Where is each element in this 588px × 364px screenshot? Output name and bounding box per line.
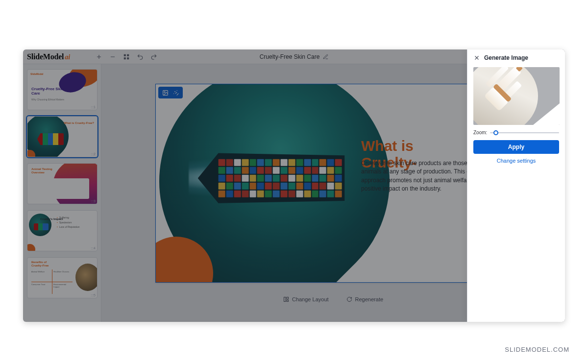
doc-title-wrap[interactable]: Cruelty-Free Skin Care <box>260 53 329 60</box>
thumb1-logo: SlideModel <box>30 73 43 75</box>
refresh-icon <box>346 296 352 302</box>
thumb3-title: Animal Testing Overview <box>31 168 55 174</box>
thumb1-title: Cruelty-Free Skin Care <box>31 87 66 96</box>
slide-thumb-3[interactable]: Animal Testing Overview :::3 <box>27 163 98 204</box>
svg-rect-3 <box>127 57 129 59</box>
remove-slide-button[interactable] <box>108 52 117 61</box>
layout-icon <box>283 296 289 302</box>
undo-button[interactable] <box>136 52 145 61</box>
thumb4-item-2: Speciesism <box>57 220 94 225</box>
regenerate-button[interactable]: Regenerate <box>346 296 384 302</box>
thumb4-list: Suffering Speciesism Loss of Reputation <box>57 216 94 230</box>
doc-title: Cruelty-Free Skin Care <box>260 53 320 60</box>
slide-thumb-2[interactable]: What is Cruelty-Free? :::2 <box>27 116 98 157</box>
app-logo-text: SlideModel <box>27 52 64 61</box>
image-preview[interactable] <box>473 67 560 125</box>
panel-header: Generate Image <box>473 54 559 61</box>
apply-button[interactable]: Apply <box>473 140 559 154</box>
thumb4-item-3: Loss of Reputation <box>57 225 94 230</box>
grid-view-button[interactable] <box>122 52 131 61</box>
ai-generate-image-button[interactable] <box>172 89 180 97</box>
thumb5-cell-tr: Healthier Choices <box>53 270 69 273</box>
change-layout-button[interactable]: Change Layout <box>283 296 329 302</box>
app-frame: SlideModelai Cruelty-Free Skin Care Save… <box>23 49 565 322</box>
thumb5-cell-tl: Animal Welfare <box>31 270 45 273</box>
generate-image-panel: Generate Image Zoom: Apply Change settin… <box>467 49 565 322</box>
thumb1-subtitle: Why Choosing Ethical Matters <box>31 98 64 101</box>
svg-rect-6 <box>284 297 286 302</box>
zoom-slider[interactable] <box>490 132 559 133</box>
regenerate-label: Regenerate <box>355 296 384 302</box>
svg-rect-7 <box>287 297 289 299</box>
change-layout-label: Change Layout <box>292 296 329 302</box>
slide-thumb-1[interactable]: SlideModel Cruelty-Free Skin Care Why Ch… <box>27 69 98 110</box>
zoom-slider-thumb[interactable] <box>493 130 498 135</box>
thumb4-item-1: Suffering <box>57 216 94 220</box>
change-settings-link[interactable]: Change settings <box>473 158 559 164</box>
svg-rect-8 <box>287 300 289 302</box>
redo-button[interactable] <box>149 52 158 61</box>
svg-rect-1 <box>127 54 129 56</box>
thumb5-title: Benefits of Cruelty-Free <box>31 261 58 267</box>
ship-illustration <box>197 149 344 206</box>
floating-image-toolbar <box>158 87 183 98</box>
app-logo-accent: ai <box>65 53 70 61</box>
slide-thumb-5[interactable]: Benefits of Cruelty-Free Animal Welfare … <box>27 257 98 298</box>
thumb5-cell-br: Environmental Impact <box>53 283 73 288</box>
svg-point-5 <box>164 91 165 92</box>
svg-rect-0 <box>124 54 126 56</box>
slide-body-text: Cruelty-free skin care products are thos… <box>361 159 469 194</box>
replace-image-button[interactable] <box>161 89 169 97</box>
active-slide[interactable]: What is Cruelty- Cruelty-free skin care … <box>155 84 469 283</box>
thumb5-cell-bl: Consumer Trust <box>31 283 45 286</box>
app-logo: SlideModelai <box>27 52 70 61</box>
add-slide-button[interactable] <box>95 52 103 61</box>
slide-thumb-4[interactable]: Cruelty's Impact Suffering Speciesism Lo… <box>27 210 98 251</box>
svg-rect-2 <box>124 57 126 59</box>
toolbar-left-group <box>95 52 158 61</box>
zoom-control: Zoom: <box>473 130 559 135</box>
edit-title-icon <box>322 54 328 60</box>
zoom-label: Zoom: <box>473 130 487 135</box>
watermark: SLIDEMODEL.COM <box>505 346 569 353</box>
slide-thumbnail-rail: SlideModel Cruelty-Free Skin Care Why Ch… <box>23 64 101 322</box>
thumb2-title: What is Cruelty-Free? <box>64 121 94 124</box>
panel-title: Generate Image <box>484 54 528 61</box>
close-panel-button[interactable] <box>473 54 480 61</box>
